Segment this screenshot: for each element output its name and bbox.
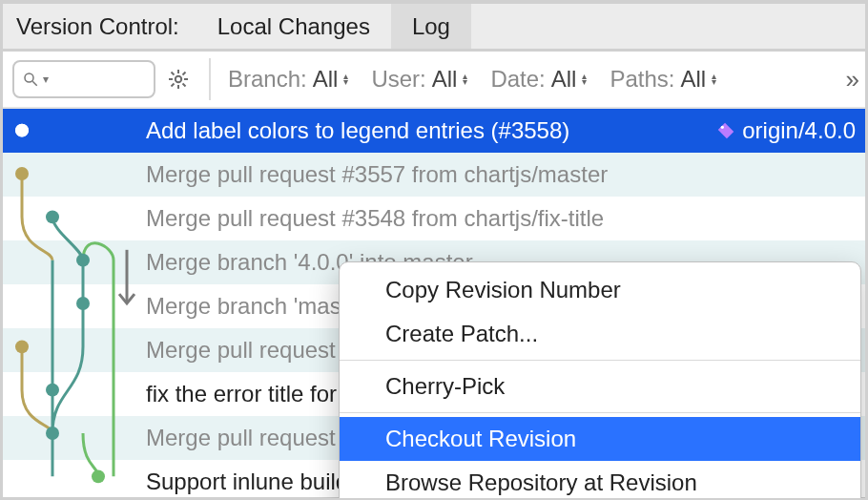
branch-tag[interactable]: origin/4.0.0 xyxy=(715,117,856,144)
tab-local-changes[interactable]: Local Changes xyxy=(196,4,391,49)
commit-row[interactable]: Add label colors to legend entries (#355… xyxy=(3,109,865,153)
filter-label: Branch: xyxy=(228,66,307,93)
svg-line-8 xyxy=(183,84,186,87)
ctx-browse-repository[interactable]: Browse Repository at Revision xyxy=(340,461,860,498)
menu-separator xyxy=(340,412,860,413)
ctx-cherry-pick[interactable]: Cherry-Pick xyxy=(340,365,860,408)
filter-branch[interactable]: Branch: All ▴▾ xyxy=(228,66,348,93)
settings-button[interactable] xyxy=(165,66,192,93)
panel-title: Version Control: xyxy=(3,4,196,49)
commit-message: Add label colors to legend entries (#355… xyxy=(146,117,569,144)
filter-value: All xyxy=(313,66,339,93)
ctx-create-patch[interactable]: Create Patch... xyxy=(340,312,860,356)
filter-value: All xyxy=(432,66,458,93)
context-menu: Copy Revision Number Create Patch... Che… xyxy=(339,261,861,498)
search-icon xyxy=(22,71,39,88)
tag-icon xyxy=(715,120,736,141)
commit-row[interactable]: Merge pull request #3557 from chartjs/ma… xyxy=(3,153,865,197)
svg-line-9 xyxy=(172,84,175,87)
svg-point-2 xyxy=(176,76,181,82)
menu-separator xyxy=(340,360,860,361)
stepper-icon: ▴▾ xyxy=(463,73,467,85)
commit-message: Merge pull request #3548 from chartjs/fi… xyxy=(146,205,604,232)
commit-row[interactable]: Merge pull request #3548 from chartjs/fi… xyxy=(3,197,865,240)
more-filters-button[interactable]: » xyxy=(846,65,856,94)
divider xyxy=(209,58,211,100)
filter-user[interactable]: User: All ▴▾ xyxy=(371,66,467,93)
ctx-checkout-revision[interactable]: Checkout Revision xyxy=(340,417,860,461)
commit-message: Merge pull request #3557 from chartjs/ma… xyxy=(146,161,608,188)
svg-line-7 xyxy=(172,73,175,75)
filter-value: All xyxy=(551,66,577,93)
gear-icon xyxy=(167,68,190,91)
commit-log: Add label colors to legend entries (#355… xyxy=(3,109,865,498)
svg-line-10 xyxy=(183,73,186,75)
filter-label: Paths: xyxy=(610,66,674,93)
ctx-copy-revision-number[interactable]: Copy Revision Number xyxy=(340,268,860,312)
stepper-icon: ▴▾ xyxy=(712,73,716,85)
svg-line-1 xyxy=(32,81,37,86)
svg-point-0 xyxy=(25,73,33,82)
stepper-icon: ▴▾ xyxy=(582,73,587,85)
filter-label: User: xyxy=(371,66,425,93)
svg-point-11 xyxy=(721,126,724,129)
tab-log[interactable]: Log xyxy=(391,4,471,49)
filter-bar: ▾ Branch: All ▴▾ User: All ▴▾ Date: All … xyxy=(3,52,865,109)
filter-date[interactable]: Date: All ▴▾ xyxy=(490,66,587,93)
search-input[interactable]: ▾ xyxy=(12,60,155,98)
tab-bar: Version Control: Local Changes Log xyxy=(3,4,865,52)
dropdown-caret-icon: ▾ xyxy=(43,73,49,86)
filter-value: All xyxy=(681,66,707,93)
branch-tag-label: origin/4.0.0 xyxy=(742,117,856,144)
filter-paths[interactable]: Paths: All ▴▾ xyxy=(610,66,716,93)
stepper-icon: ▴▾ xyxy=(343,73,348,85)
filter-label: Date: xyxy=(490,66,545,93)
